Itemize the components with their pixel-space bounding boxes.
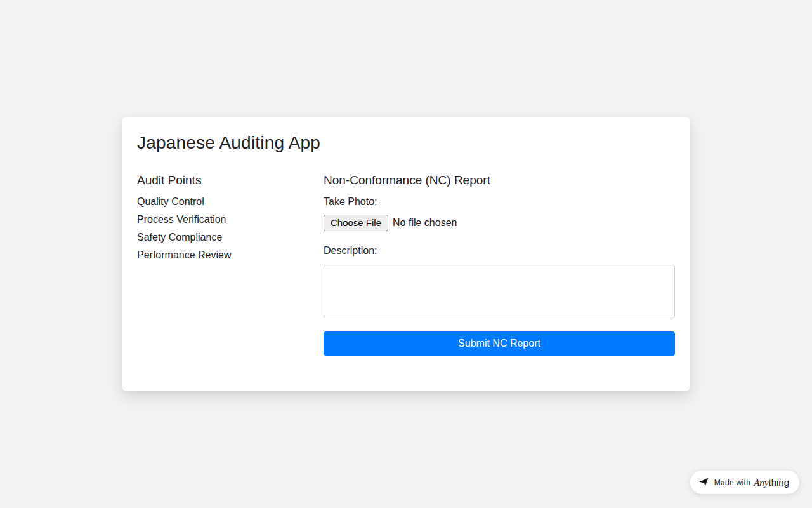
audit-point-item: Quality Control <box>137 195 308 209</box>
audit-points-section: Audit Points Quality Control Process Ver… <box>137 173 308 356</box>
audit-point-item: Performance Review <box>137 248 308 262</box>
file-chosen-status: No file chosen <box>393 217 457 229</box>
photo-file-input[interactable]: Choose File No file chosen <box>324 215 675 231</box>
nc-report-section: Non-Conformance (NC) Report Take Photo: … <box>324 173 675 356</box>
page-title: Japanese Auditing App <box>137 132 675 153</box>
badge-brand-rest: thing <box>768 477 789 488</box>
audit-points-heading: Audit Points <box>137 173 308 188</box>
audit-point-item: Process Verification <box>137 213 308 227</box>
description-label: Description: <box>324 244 675 258</box>
badge-brand-text: Anything <box>754 477 789 488</box>
take-photo-label: Take Photo: <box>324 195 675 209</box>
choose-file-button[interactable]: Choose File <box>324 215 388 231</box>
content-columns: Audit Points Quality Control Process Ver… <box>137 173 675 356</box>
made-with-anything-badge[interactable]: Made with Anything <box>690 471 799 494</box>
submit-nc-report-button[interactable]: Submit NC Report <box>324 331 675 356</box>
audit-points-list: Quality Control Process Verification Saf… <box>137 195 308 262</box>
audit-point-item: Safety Compliance <box>137 231 308 244</box>
nc-report-heading: Non-Conformance (NC) Report <box>324 173 675 188</box>
anything-logo-icon <box>698 477 709 488</box>
description-textarea[interactable] <box>324 265 675 318</box>
badge-brand-italic: Any <box>754 478 768 488</box>
badge-prefix-text: Made with <box>714 478 750 487</box>
main-card: Japanese Auditing App Audit Points Quali… <box>122 117 690 391</box>
